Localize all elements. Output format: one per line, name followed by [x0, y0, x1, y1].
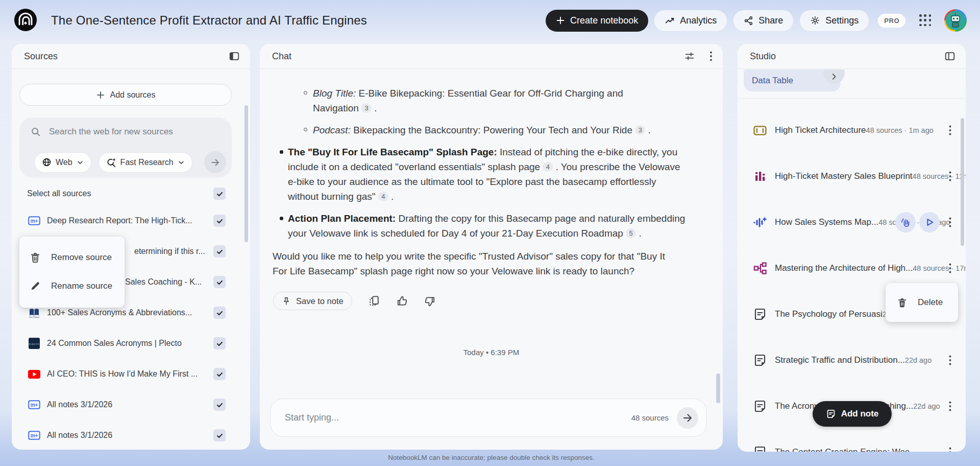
citation-chip[interactable]: 4 — [543, 162, 553, 172]
collapse-panel-icon[interactable] — [229, 51, 240, 62]
note-icon — [752, 353, 768, 367]
studio-row[interactable]: The Content Creation Engine: Wee... — [738, 429, 966, 452]
studio-chip-zone: Data Table — [738, 69, 966, 98]
studio-list: High Ticket Architecture48 sources · 1m … — [738, 107, 966, 452]
create-notebook-button[interactable]: Create notebook — [546, 10, 648, 32]
wave-hand-icon — [900, 217, 911, 228]
add-sources-button[interactable]: Add sources — [19, 84, 232, 106]
thumbs-down-icon[interactable] — [424, 295, 436, 307]
more-vert-icon[interactable] — [943, 354, 957, 367]
plus-icon — [96, 90, 105, 100]
search-submit-button[interactable] — [204, 151, 226, 173]
svg-text:m+: m+ — [31, 433, 38, 438]
google-apps-grid-icon[interactable] — [919, 14, 932, 27]
pin-icon — [282, 296, 291, 306]
analytics-button[interactable]: Analytics — [654, 10, 727, 32]
interactive-mode-button[interactable] — [895, 212, 916, 232]
select-all-row: Select all sources — [27, 186, 226, 201]
divider — [738, 98, 966, 99]
studio-panel: Studio Data Table High Ticket Architectu… — [738, 44, 966, 452]
note-icon — [752, 399, 768, 413]
chat-input[interactable] — [285, 412, 631, 423]
source-checkbox[interactable] — [213, 215, 226, 227]
source-checkbox[interactable] — [213, 429, 226, 441]
source-row[interactable]: m+ Deep Research Report: The High-Tick..… — [12, 205, 250, 236]
markdown-note-icon: m+ — [28, 431, 40, 440]
source-checkbox[interactable] — [213, 399, 226, 411]
play-button[interactable] — [919, 212, 940, 232]
note-add-icon — [826, 409, 836, 419]
source-row[interactable]: PLECTO 24 Common Sales Acronyms | Plecto — [12, 328, 250, 359]
share-icon — [744, 16, 753, 26]
collapse-panel-icon[interactable] — [944, 51, 955, 62]
avatar[interactable] — [944, 9, 967, 32]
source-row[interactable]: AI CEO: THIS is How I'd Make My First ..… — [12, 359, 250, 389]
citation-chip[interactable]: 3 — [361, 103, 372, 113]
more-vert-icon[interactable] — [943, 400, 957, 413]
more-vert-icon[interactable] — [943, 170, 957, 183]
source-row[interactable]: m+ All notes 3/1/2026 — [12, 420, 250, 450]
send-button[interactable] — [677, 407, 698, 429]
bar-chart-icon — [752, 169, 768, 183]
source-context-menu: Remove source Rename source — [19, 237, 125, 308]
trash-icon — [897, 297, 908, 308]
chat-sub-bullet: Podcast: Bikepacking the Backcountry: Po… — [313, 123, 670, 137]
studio-row[interactable]: High-Ticket Mastery Sales Blueprint48 so… — [738, 153, 966, 199]
source-checkbox[interactable] — [213, 368, 226, 380]
settings-button[interactable]: Settings — [799, 10, 869, 32]
web-search-card: Web Fast Research — [19, 118, 232, 178]
studio-row[interactable]: Strategic Traffic and Distribution...22d… — [738, 337, 966, 383]
plecto-favicon: PLECTO — [28, 338, 40, 349]
more-vert-icon[interactable] — [943, 216, 957, 229]
search-icon — [31, 127, 41, 137]
robot-avatar-image — [946, 11, 965, 30]
remove-source-menu-item[interactable]: Remove source — [19, 243, 125, 272]
chat-bullet: Action Plan Placement: Drafting the copy… — [288, 211, 686, 241]
web-filter-dropdown[interactable]: Web — [34, 152, 91, 173]
pro-badge: PRO — [878, 14, 905, 28]
notebook-title: The One-Sentence Profit Extractor and AI… — [51, 0, 367, 41]
copy-icon[interactable] — [369, 295, 380, 307]
sources-scrollbar[interactable] — [244, 105, 248, 242]
chat-scrollbar[interactable] — [716, 374, 720, 403]
more-vert-icon[interactable] — [943, 262, 957, 275]
more-vert-icon[interactable] — [709, 51, 713, 62]
source-checkbox[interactable] — [213, 307, 226, 319]
studio-panel-header: Studio — [738, 44, 966, 69]
citation-chip[interactable]: 4 — [378, 192, 388, 201]
chat-panel-header: Chat — [260, 44, 723, 69]
chevron-down-icon — [77, 159, 84, 166]
more-vert-icon[interactable] — [943, 124, 957, 137]
search-sparkle-icon — [106, 157, 116, 168]
research-mode-dropdown[interactable]: Fast Research — [99, 152, 192, 173]
citation-chip[interactable]: 5 — [626, 228, 636, 238]
citation-chip[interactable]: 3 — [635, 125, 645, 135]
thumbs-up-icon[interactable] — [396, 295, 408, 307]
chat-timestamp: Today • 6:39 PM — [260, 345, 723, 360]
add-note-button[interactable]: Add note — [813, 401, 892, 427]
chat-closing-paragraph: Would you like me to help you write the … — [273, 249, 671, 278]
search-input[interactable] — [49, 127, 217, 137]
source-checkbox[interactable] — [213, 337, 226, 350]
delete-menu-item[interactable]: Delete — [886, 283, 958, 322]
rename-source-menu-item[interactable]: Rename source — [19, 272, 125, 300]
source-checkbox[interactable] — [213, 276, 226, 288]
source-checkbox[interactable] — [213, 245, 226, 258]
share-button[interactable]: Share — [733, 10, 794, 32]
studio-scrollbar[interactable] — [961, 118, 964, 246]
note-icon — [752, 307, 768, 321]
studio-row[interactable]: How Sales Systems Map...48 sources · 12m… — [738, 199, 966, 245]
select-all-checkbox[interactable] — [213, 188, 226, 200]
svg-text:m+: m+ — [31, 218, 38, 224]
chevron-down-icon — [178, 159, 185, 166]
studio-row[interactable]: High Ticket Architecture48 sources · 1m … — [738, 107, 966, 153]
globe-icon — [42, 157, 52, 167]
source-row[interactable]: m+ All notes 3/1/2026 — [12, 389, 250, 420]
arrow-right-icon — [682, 412, 693, 424]
more-vert-icon[interactable] — [943, 446, 957, 452]
notebooklm-logo-icon[interactable] — [14, 8, 37, 32]
audio-waveform-icon — [752, 215, 768, 230]
save-to-note-button[interactable]: Save to note — [273, 292, 352, 310]
disclaimer-text: NotebookLM can be inaccurate; please dou… — [260, 454, 723, 461]
tune-settings-icon[interactable] — [684, 51, 695, 62]
